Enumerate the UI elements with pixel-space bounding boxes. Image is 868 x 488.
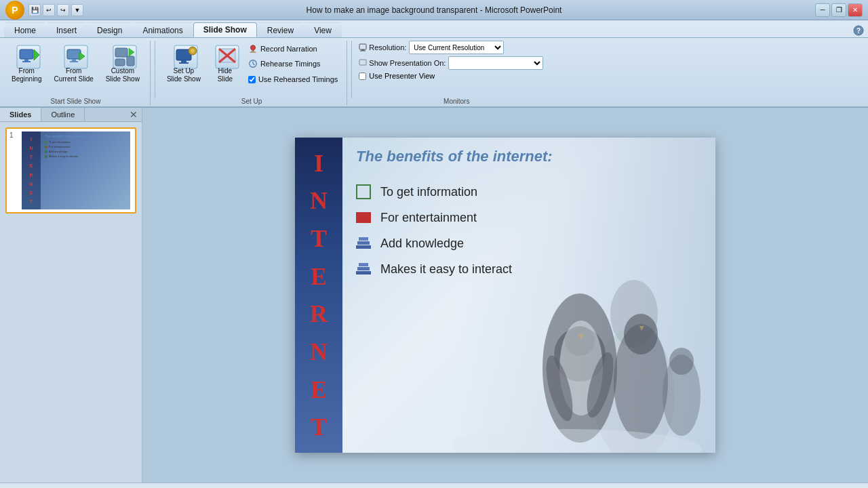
group-monitors: Resolution: Use Current Resolution 640x4… xyxy=(356,41,559,105)
group-setup: Set UpSlide Show HideSlide xyxy=(159,41,347,105)
restore-button[interactable]: ❐ xyxy=(831,3,846,17)
tab-design[interactable]: Design xyxy=(87,22,132,37)
svg-rect-34 xyxy=(361,49,364,51)
from-beginning-icon xyxy=(16,44,37,66)
letter-N2: N xyxy=(310,340,328,364)
rehearse-icon xyxy=(248,59,258,68)
bullet-icon-4 xyxy=(356,262,371,277)
svg-rect-20 xyxy=(179,62,189,64)
sidebar-tab-outline[interactable]: Outline xyxy=(41,108,85,121)
svg-rect-57 xyxy=(356,271,371,274)
resolution-select[interactable]: Use Current Resolution 640x480 800x600 1… xyxy=(409,41,504,54)
undo-icon[interactable]: ↩ xyxy=(43,4,55,16)
start-slideshow-buttons: FromBeginning FromCurrent xyxy=(7,41,144,95)
svg-rect-56 xyxy=(359,237,368,241)
svg-rect-29 xyxy=(250,52,256,52)
from-current-label: FromCurrent Slide xyxy=(54,67,93,83)
letter-R: R xyxy=(310,302,328,326)
notes-bar[interactable]: Click to add notes xyxy=(0,483,868,488)
letter-N: N xyxy=(310,188,328,213)
svg-rect-58 xyxy=(357,267,370,270)
close-button[interactable]: ✕ xyxy=(848,3,863,17)
slide-content: The benefits of the internet: To get inf… xyxy=(356,148,709,446)
thumb-items: To get information For entertainment Add… xyxy=(45,140,127,158)
letter-E1: E xyxy=(311,264,327,289)
hide-slide-label: HideSlide xyxy=(218,67,233,83)
sidebar-close-button[interactable]: ✕ xyxy=(125,108,142,121)
tab-home[interactable]: Home xyxy=(4,22,46,37)
bullet-4: Makes it easy to interact xyxy=(356,262,709,277)
bullet-text-1: To get information xyxy=(380,185,477,199)
custom-show-button[interactable]: CustomSlide Show xyxy=(101,41,144,87)
svg-rect-33 xyxy=(359,44,366,49)
ribbon: Home Insert Design Animations Slide Show… xyxy=(0,20,868,108)
bullet-icon-1 xyxy=(356,184,371,199)
svg-rect-5 xyxy=(22,61,31,62)
window-controls: ─ ❐ ✕ xyxy=(815,3,863,17)
main-area: Slides Outline ✕ 1 INTERNET The benefits… xyxy=(0,108,868,483)
ribbon-tabs: Home Insert Design Animations Slide Show… xyxy=(0,20,868,38)
tab-slideshow[interactable]: Slide Show xyxy=(193,22,257,37)
rehearse-timings-label: Rehearse Timings xyxy=(260,60,321,68)
bullet-icon-3 xyxy=(356,236,371,251)
bullet-1: To get information xyxy=(356,184,709,199)
slide-number: 1 xyxy=(9,131,18,139)
setup-right-items: Record Narration Rehearse Timings Use Re… xyxy=(245,41,341,85)
svg-rect-4 xyxy=(24,59,28,61)
svg-rect-13 xyxy=(115,48,127,57)
sidebar-tab-slides[interactable]: Slides xyxy=(0,108,41,121)
use-rehearsed-button[interactable]: Use Rehearsed Timings xyxy=(245,73,341,85)
thumb-item-4: Makes it easy to interact xyxy=(45,155,127,158)
custom-show-label: CustomSlide Show xyxy=(106,67,140,83)
hide-slide-button[interactable]: HideSlide xyxy=(208,41,242,87)
save-icon[interactable]: 💾 xyxy=(28,4,41,16)
sep2 xyxy=(351,41,352,98)
slide-bullets: To get information For entertainment xyxy=(356,184,709,277)
svg-point-27 xyxy=(250,45,255,50)
tab-view[interactable]: View xyxy=(304,22,342,37)
setup-show-icon xyxy=(173,44,195,66)
slide-title: The benefits of the internet: xyxy=(356,148,709,165)
from-beginning-label: FromBeginning xyxy=(12,67,41,83)
ribbon-help-icon[interactable]: ? xyxy=(849,24,868,37)
setup-show-button[interactable]: Set UpSlide Show xyxy=(162,41,205,87)
hide-slide-icon xyxy=(214,44,236,66)
from-current-button[interactable]: FromCurrent Slide xyxy=(49,41,98,87)
resolution-label: Resolution: xyxy=(359,43,406,52)
use-rehearsed-checkbox[interactable] xyxy=(248,76,256,83)
slide-item-1[interactable]: 1 INTERNET The benefits of the internet:… xyxy=(5,127,136,214)
svg-rect-8 xyxy=(67,49,81,59)
svg-rect-15 xyxy=(127,56,134,66)
from-beginning-button[interactable]: FromBeginning xyxy=(7,41,46,87)
thumb-letter-bar: INTERNET xyxy=(22,131,41,209)
setup-group-label: Set Up xyxy=(162,95,341,105)
bullet-icon-2 xyxy=(356,210,371,225)
canvas-area[interactable]: I N T E R N E T xyxy=(142,108,868,483)
tab-review[interactable]: Review xyxy=(257,22,304,37)
sidebar: Slides Outline ✕ 1 INTERNET The benefits… xyxy=(0,108,142,483)
minimize-button[interactable]: ─ xyxy=(815,3,830,17)
svg-rect-35 xyxy=(360,51,366,52)
svg-line-32 xyxy=(253,64,255,65)
setup-show-label: Set UpSlide Show xyxy=(167,67,201,83)
quick-access-toolbar: 💾 ↩ ↪ ▼ xyxy=(28,4,83,16)
record-icon xyxy=(248,44,258,54)
rehearse-timings-button[interactable]: Rehearse Timings xyxy=(245,57,341,70)
svg-rect-53 xyxy=(356,212,371,223)
slide-canvas: I N T E R N E T xyxy=(295,138,715,453)
thumb-title: The benefits of the internet: xyxy=(45,134,127,138)
from-current-icon xyxy=(63,44,85,66)
setup-buttons: Set UpSlide Show HideSlide xyxy=(162,41,341,95)
monitors-controls: Resolution: Use Current Resolution 640x4… xyxy=(359,41,554,80)
customize-icon[interactable]: ▼ xyxy=(71,4,83,16)
redo-icon[interactable]: ↪ xyxy=(57,4,69,16)
svg-rect-28 xyxy=(252,50,254,52)
record-narration-button[interactable]: Record Narration xyxy=(245,42,341,56)
presenter-view-checkbox[interactable] xyxy=(359,73,366,80)
tab-insert[interactable]: Insert xyxy=(46,22,87,37)
presentation-on-select[interactable]: Primary Monitor xyxy=(448,56,543,70)
slide-thumbnail: INTERNET The benefits of the internet: T… xyxy=(22,131,130,209)
tab-animations[interactable]: Animations xyxy=(132,22,193,37)
svg-rect-59 xyxy=(359,263,368,266)
letter-T2: T xyxy=(311,415,327,439)
